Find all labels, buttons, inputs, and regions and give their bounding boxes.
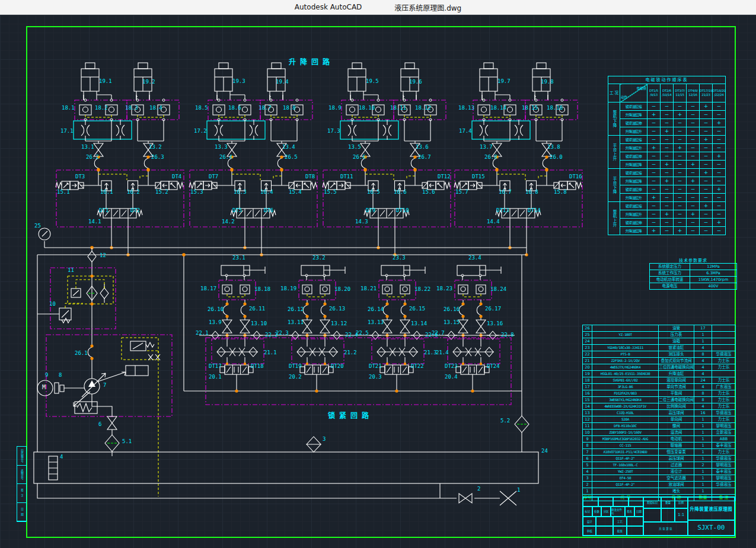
item-remark: 力士乐 xyxy=(712,364,736,371)
state-cell: − xyxy=(674,102,687,111)
state-cell: − xyxy=(713,111,726,119)
item-qty: 1 xyxy=(694,443,712,449)
action-name: 锁紧油缸伸 xyxy=(620,152,647,161)
action-name: 锁紧油缸缩 xyxy=(620,169,647,177)
title-block-mid: 阶段标记 重量 比例 1:1 共 张 第 张 xyxy=(643,497,687,536)
action-name: 升降油缸升 xyxy=(620,127,647,136)
item-qty: 1 xyxy=(694,338,712,345)
item-qty: 1 xyxy=(694,475,712,482)
state-cell: − xyxy=(661,136,674,144)
state-cell: − xyxy=(713,177,726,185)
params-title: 技术参数要求 xyxy=(649,257,737,263)
document-name: 液压系统原理图.dwg xyxy=(394,2,461,12)
state-cell: − xyxy=(661,102,674,111)
item-qty: 17 xyxy=(694,325,712,332)
bom-table-body: 26油管1725YZ-100T压力表124油箱123YGD40/18Cx30-J… xyxy=(583,325,736,501)
state-cell: − xyxy=(674,161,687,169)
dt-column-header: DT4/8/12/16 xyxy=(687,84,700,102)
diagonal-header: 电磁铁动作 xyxy=(620,84,647,102)
item-code: CJZQ-H10L xyxy=(592,410,659,416)
state-cell: − xyxy=(674,127,687,136)
item-code: SV6PB1-6X//02 xyxy=(592,377,659,384)
item-name: 放油球阀 xyxy=(659,482,694,488)
state-cell: + xyxy=(700,102,713,111)
state-cell: − xyxy=(713,161,726,169)
item-remark: ABB xyxy=(712,436,736,443)
item-qty: 16 xyxy=(694,410,712,416)
item-qty: 1 xyxy=(694,469,712,475)
solenoid-header-row: 工 况电磁铁动作DT1/5/9/13DT2/6/10/14DT3/7/11/15… xyxy=(608,84,726,102)
item-no: 5 xyxy=(583,462,592,469)
item-no: 11 xyxy=(583,423,592,430)
state-cell: − xyxy=(661,152,674,161)
margin-cell: 底图总号 xyxy=(17,466,26,485)
div: 21/23 xyxy=(700,93,712,97)
bom-row: 21Z2FSK6-2-1X/2QV叠加式双向节流阀4力士乐 xyxy=(583,358,736,364)
item-name: 比例换向阀 xyxy=(659,403,694,410)
action-name: 升降油缸降 xyxy=(620,111,647,119)
item-qty: 8 xyxy=(694,351,712,358)
bom-row: 4YWZ-250T液位计1泰丰液压 xyxy=(583,469,736,475)
state-cell: + xyxy=(661,177,674,185)
state-cell: − xyxy=(674,194,687,202)
solenoid-row: 整机下降锁紧油缸缩−−−−+− xyxy=(608,102,726,111)
state-cell: − xyxy=(687,202,700,210)
state-cell: − xyxy=(674,119,687,127)
item-code: Q11F-4P-2" xyxy=(592,456,659,462)
item-name: 堵头 xyxy=(659,488,694,495)
item-remark xyxy=(712,345,736,351)
item-name: 油箱 xyxy=(659,338,694,345)
item-no: 26 xyxy=(583,325,592,332)
autocad-titlebar: Autodesk AutoCAD 液压系统原理图.dwg xyxy=(0,0,756,15)
item-no: 4 xyxy=(583,469,592,475)
item-no: 15 xyxy=(583,397,592,403)
state-cell: − xyxy=(700,185,713,194)
item-code: TF-160x100L-C xyxy=(592,462,659,469)
bom-row: 144WREE6W08-2X/G24K31F1V比例换向阀4力士乐 xyxy=(583,403,736,410)
state-cell: + xyxy=(661,127,674,136)
item-remark: 力士乐 xyxy=(712,377,736,384)
solenoid-row: 升降油缸升+−+−−− xyxy=(608,144,726,152)
bom-row: 22PTS-B测压接头8华德液压 xyxy=(583,351,736,358)
item-remark: 黎明液压 xyxy=(712,475,736,482)
item-name: 测压接头 xyxy=(659,351,694,358)
weight-label: 重量 xyxy=(661,497,674,508)
bom-row: 18SV6PB1-6X//02液控单向阀24力士乐 xyxy=(583,377,736,384)
state-cell: − xyxy=(674,202,687,210)
item-remark: 力士乐 xyxy=(712,390,736,397)
solenoid-row: 升降油缸升−+−+−− xyxy=(608,210,726,219)
bom-row: 2Q11F-4P-2"放油球阀1华德液压 xyxy=(583,482,736,488)
bom-row: 1堵头1 xyxy=(583,488,736,495)
bom-row: 204WE6J7X/HG24N9K4三位四通电磁换向阀4力士乐 xyxy=(583,364,736,371)
state-cell: + xyxy=(713,219,726,227)
item-no: 20 xyxy=(583,364,592,371)
state-cell: + xyxy=(674,111,687,119)
item-no: 14 xyxy=(583,403,592,410)
workcondition-header: 工 况 xyxy=(608,84,620,102)
solenoid-row: 平台上升锁紧油缸缩−−−−+− xyxy=(608,136,726,144)
corner-top: 电磁铁 xyxy=(636,85,646,92)
state-cell: − xyxy=(687,102,700,111)
item-no: 2 xyxy=(583,482,592,488)
state-cell: − xyxy=(687,136,700,144)
state-cell: − xyxy=(661,144,674,152)
state-cell: − xyxy=(687,144,700,152)
state-cell: + xyxy=(713,119,726,127)
item-remark xyxy=(712,338,736,345)
item-code: DFB-H110x10C xyxy=(592,423,659,430)
item-code: EF4-50 xyxy=(592,475,659,482)
solenoid-table: 电磁铁动作顺序表 工 况电磁铁动作DT1/5/9/13DT2/6/10/14DT… xyxy=(608,76,726,235)
count-label: 处数 xyxy=(592,507,602,516)
state-cell: − xyxy=(713,127,726,136)
item-no: 21 xyxy=(583,358,592,364)
item-code: ZDBY100P2-1X/160V xyxy=(592,430,659,436)
item-remark xyxy=(712,325,736,332)
state-cell: + xyxy=(713,152,726,161)
item-name: 联轴器 xyxy=(659,443,694,449)
solenoid-row: 升降油缸降+−+−−− xyxy=(608,111,726,119)
bom-row: 26油管17 xyxy=(583,325,736,332)
solenoid-row: 升降油缸升+−−−−− xyxy=(608,194,726,202)
solenoid-row: 锁紧油缸伸−−−−−+ xyxy=(608,219,726,227)
state-cell: − xyxy=(647,185,661,194)
state-cell: − xyxy=(661,185,674,194)
